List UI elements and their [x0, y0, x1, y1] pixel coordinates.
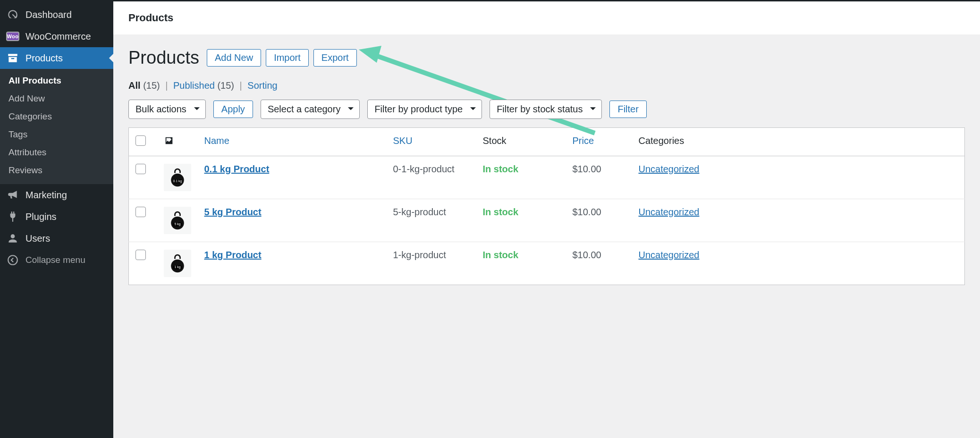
- collapse-icon: [7, 254, 19, 266]
- filter-all-count: (15): [143, 80, 160, 91]
- plug-icon: [7, 211, 19, 223]
- sidebar-label: Products: [25, 53, 63, 64]
- sidebar-submenu-products: All Products Add New Categories Tags Att…: [0, 69, 113, 184]
- bulk-actions-select[interactable]: Bulk actions: [128, 100, 206, 119]
- sidebar-sub-attributes[interactable]: Attributes: [0, 143, 113, 161]
- product-thumbnail[interactable]: 5 kg: [164, 207, 191, 234]
- product-sku: 1-kg-product: [387, 242, 476, 285]
- select-all-checkbox[interactable]: [135, 135, 146, 146]
- product-price: $10.00: [566, 242, 632, 285]
- sidebar-sub-tags[interactable]: Tags: [0, 126, 113, 143]
- filter-all-label[interactable]: All: [128, 80, 141, 91]
- sidebar-item-users[interactable]: Users: [0, 227, 113, 249]
- product-sku: 0-1-kg-product: [387, 156, 476, 199]
- product-category-link[interactable]: Uncategorized: [639, 250, 700, 260]
- megaphone-icon: [7, 189, 19, 201]
- filter-sorting[interactable]: Sorting: [247, 80, 277, 91]
- product-category-link[interactable]: Uncategorized: [639, 207, 700, 217]
- product-name-link[interactable]: 5 kg Product: [204, 207, 262, 217]
- svg-text:0.1 kg: 0.1 kg: [173, 179, 182, 183]
- sidebar-label: Marketing: [25, 190, 67, 201]
- svg-text:1 kg: 1 kg: [174, 265, 180, 269]
- product-name-link[interactable]: 1 kg Product: [204, 250, 262, 260]
- product-stock: In stock: [483, 207, 519, 217]
- sidebar-label: Collapse menu: [25, 255, 85, 265]
- user-icon: [7, 232, 19, 244]
- col-header-sku[interactable]: SKU: [387, 128, 476, 156]
- sidebar-item-plugins[interactable]: Plugins: [0, 206, 113, 227]
- import-button[interactable]: Import: [266, 49, 309, 67]
- sidebar-item-products[interactable]: Products: [0, 47, 113, 69]
- products-table: Name SKU Stock Price Categories 0.1 kg 0…: [128, 127, 965, 285]
- sidebar-sub-reviews[interactable]: Reviews: [0, 161, 113, 179]
- product-stock: In stock: [483, 250, 519, 260]
- table-row: 1 kg 1 kg Product 1-kg-product In stock …: [129, 242, 965, 285]
- sidebar-label: Dashboard: [25, 9, 72, 20]
- col-header-name[interactable]: Name: [198, 128, 387, 156]
- filters-row: Bulk actions Apply Select a category Fil…: [128, 100, 965, 119]
- row-checkbox[interactable]: [135, 250, 146, 260]
- apply-button[interactable]: Apply: [213, 101, 253, 118]
- page-title: Products: [128, 48, 199, 68]
- page-title-row: Products Add New Import Export: [128, 48, 965, 68]
- image-column-icon: [164, 137, 174, 148]
- sidebar-sub-categories[interactable]: Categories: [0, 108, 113, 126]
- svg-point-0: [8, 255, 17, 265]
- gauge-icon: [7, 8, 19, 21]
- sidebar-label: Plugins: [25, 211, 57, 222]
- header-title: Products: [128, 12, 965, 24]
- filter-published-count: (15): [217, 80, 234, 91]
- col-header-price[interactable]: Price: [566, 128, 632, 156]
- header-bar: Products: [113, 0, 980, 34]
- stock-status-select[interactable]: Filter by stock status: [490, 100, 602, 119]
- admin-sidebar: Dashboard Woo WooCommerce Products All P…: [0, 0, 113, 438]
- product-thumbnail[interactable]: 1 kg: [164, 250, 191, 277]
- sidebar-sub-all-products[interactable]: All Products: [0, 72, 113, 90]
- woocommerce-icon: Woo: [7, 30, 19, 42]
- product-name-link[interactable]: 0.1 kg Product: [204, 164, 270, 174]
- sidebar-label: Users: [25, 233, 50, 244]
- sidebar-item-dashboard[interactable]: Dashboard: [0, 4, 113, 25]
- sidebar-item-marketing[interactable]: Marketing: [0, 184, 113, 206]
- table-row: 0.1 kg 0.1 kg Product 0-1-kg-product In …: [129, 156, 965, 199]
- product-stock: In stock: [483, 164, 519, 174]
- col-header-stock: Stock: [476, 128, 566, 156]
- sidebar-label: WooCommerce: [25, 31, 91, 42]
- category-select[interactable]: Select a category: [261, 100, 360, 119]
- content-area: Products Add New Import Export All (15) …: [113, 34, 980, 298]
- sidebar-sub-add-new[interactable]: Add New: [0, 90, 113, 108]
- row-checkbox[interactable]: [135, 207, 146, 217]
- status-filter-links: All (15) | Published (15) | Sorting: [128, 80, 965, 91]
- export-button[interactable]: Export: [313, 49, 357, 67]
- product-category-link[interactable]: Uncategorized: [639, 164, 700, 174]
- main-content: Products Products Add New Import Export …: [113, 0, 980, 438]
- product-sku: 5-kg-product: [387, 199, 476, 242]
- product-price: $10.00: [566, 156, 632, 199]
- sidebar-item-collapse[interactable]: Collapse menu: [0, 249, 113, 271]
- product-type-select[interactable]: Filter by product type: [367, 100, 482, 119]
- filter-published-label[interactable]: Published: [173, 80, 215, 91]
- col-header-categories: Categories: [632, 128, 965, 156]
- row-checkbox[interactable]: [135, 164, 146, 174]
- product-price: $10.00: [566, 199, 632, 242]
- archive-icon: [7, 52, 19, 64]
- svg-text:5 kg: 5 kg: [174, 222, 180, 226]
- product-thumbnail[interactable]: 0.1 kg: [164, 164, 191, 191]
- add-new-button[interactable]: Add New: [207, 49, 261, 67]
- sidebar-item-woocommerce[interactable]: Woo WooCommerce: [0, 25, 113, 47]
- table-row: 5 kg 5 kg Product 5-kg-product In stock …: [129, 199, 965, 242]
- filter-button[interactable]: Filter: [609, 101, 646, 118]
